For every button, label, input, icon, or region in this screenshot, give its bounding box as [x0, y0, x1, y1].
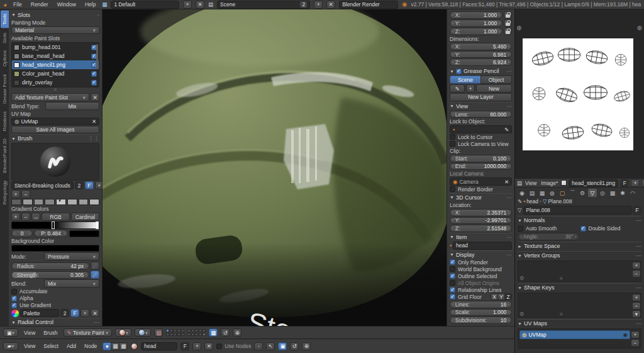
clip-end-field[interactable]: End:1000.000	[450, 163, 512, 171]
stop-color-swatch[interactable]	[69, 230, 99, 237]
tab-material-icon[interactable]: ◎	[598, 189, 607, 197]
save-all-images-button[interactable]: Save All Images	[11, 126, 99, 133]
node-menu-view[interactable]: View	[21, 343, 38, 349]
palette-swatch[interactable]	[89, 199, 99, 205]
palette-swatch[interactable]	[34, 199, 44, 205]
blend-type-select[interactable]: Mix	[45, 102, 99, 110]
palette-select[interactable]: Palette	[20, 309, 59, 317]
image-editor-type-icon[interactable]: ▤	[517, 180, 522, 186]
relationship-lines-checkbox[interactable]	[450, 287, 455, 293]
alpha-checkbox[interactable]	[11, 296, 17, 301]
lock-scale-x-button[interactable]	[504, 11, 512, 19]
tab-grease-pencil[interactable]: Grease Pencil	[1, 71, 9, 107]
palette-swatch-active[interactable]: ▼	[56, 199, 66, 205]
node-datablock-field[interactable]: head	[141, 342, 177, 350]
add-swatch-button[interactable]: +	[11, 190, 20, 198]
gradient-stop-handle[interactable]	[52, 221, 55, 229]
strength-slider[interactable]: Strength:0.305	[11, 271, 89, 279]
node-insert-button[interactable]: ⊕	[302, 342, 311, 350]
slot-visibility-checkbox[interactable]	[91, 80, 97, 86]
lock-camera-option[interactable]: Lock Camera to View	[450, 141, 512, 147]
painting-mode-select[interactable]: Material▾	[11, 26, 99, 34]
clear-camera-icon[interactable]: ✕	[504, 179, 509, 185]
shape-keys-panel-header[interactable]: ▼Shape Keys—	[518, 283, 641, 291]
add-shape-key-button[interactable]: +	[632, 294, 641, 301]
radial-control-panel-header[interactable]: ▼Radial Control—	[11, 318, 99, 326]
accumulate-checkbox[interactable]	[11, 289, 17, 294]
interpolation-select[interactable]: RGB	[42, 213, 70, 221]
add-brush-button[interactable]: +	[95, 181, 102, 189]
all-object-origins-option[interactable]: All Object Origins	[450, 280, 512, 286]
paint-slot-row[interactable]: bump_head.001	[12, 43, 99, 52]
cursor-z-field[interactable]: Z:2.51548	[450, 225, 512, 232]
use-gradient-checkbox[interactable]	[11, 303, 17, 308]
strength-pressure-toggle[interactable]: ☄	[91, 271, 99, 279]
mesh-name-field[interactable]: Plane.008	[523, 206, 631, 215]
slot-visibility-checkbox[interactable]	[91, 71, 97, 77]
image-paint-button[interactable]: ✎	[641, 179, 644, 187]
palette-users-button[interactable]: 2	[60, 309, 69, 317]
expand-region-icon[interactable]: ⊕	[516, 25, 521, 31]
color-wheel-icon[interactable]	[11, 310, 19, 317]
image-thumbnail[interactable]	[561, 180, 567, 186]
texture-nodes-toggle[interactable]: ▩	[119, 342, 128, 350]
brush-preview[interactable]	[11, 143, 99, 181]
add-vertex-group-button[interactable]: +	[632, 262, 641, 269]
menu-render[interactable]: Render	[28, 1, 51, 8]
tab-world-icon[interactable]: ◍	[548, 189, 557, 197]
grid-floor-checkbox[interactable]	[450, 294, 455, 300]
gradient-mode-select[interactable]: Pressure▾	[44, 252, 99, 261]
render-border-option[interactable]: Render Border	[450, 186, 512, 193]
gp-add-button[interactable]: +	[466, 84, 475, 92]
eyedropper-icon[interactable]: ✎	[504, 126, 509, 133]
brush-blend-select[interactable]: Mix▾	[44, 279, 99, 288]
use-nodes-checkbox[interactable]	[216, 344, 222, 349]
vertex-groups-panel-header[interactable]: ▼Vertex Groups—	[518, 251, 641, 259]
pin-node-tree-button[interactable]: ◦	[254, 342, 263, 350]
tab-particles-icon[interactable]: ✱	[618, 189, 627, 197]
all-object-origins-checkbox[interactable]	[450, 280, 455, 286]
axis-z-button[interactable]: Z	[504, 293, 512, 300]
image-menu-image[interactable]: Image*	[540, 180, 559, 186]
stop-position-field[interactable]: P: 0.484	[34, 230, 68, 237]
uv-map-row-selected[interactable]: ◍ UVMap ◉	[519, 330, 630, 339]
menu-file[interactable]: File	[11, 1, 25, 8]
node-menu-select[interactable]: Select	[41, 343, 61, 349]
grid-scale-field[interactable]: Scale:1.000	[450, 309, 512, 317]
screen-layout-select[interactable]: 1 Default	[111, 1, 179, 9]
use-nodes-option[interactable]: Use Nodes	[216, 343, 251, 349]
double-sided-checkbox[interactable]	[580, 226, 586, 232]
local-camera-select[interactable]: ◉Camera✕	[450, 177, 512, 186]
view3d-menu-view[interactable]: View	[21, 330, 38, 336]
node-add-button[interactable]: +	[192, 342, 201, 350]
paint-slot-row[interactable]: base_meatl_head	[12, 52, 99, 60]
node-snap-button[interactable]: ▣	[278, 342, 287, 350]
node-menu-add[interactable]: Add	[64, 343, 79, 349]
uv-map-select[interactable]: ◍ UvMap ✕	[11, 118, 99, 125]
use-gradient-option[interactable]: Use Gradient	[11, 302, 99, 308]
angle-field[interactable]: Angle:30°	[518, 233, 579, 240]
lock-to-cursor-option[interactable]: Lock to Cursor	[450, 134, 512, 140]
palette-swatch[interactable]	[79, 199, 89, 205]
world-background-option[interactable]: World Background	[450, 266, 512, 272]
gp-object-button[interactable]: Object	[480, 76, 512, 84]
tab-render-layers-icon[interactable]: ▤	[528, 189, 536, 197]
normals-panel-header[interactable]: ▼Normals—	[518, 216, 641, 224]
snap-button[interactable]: ⊕	[233, 328, 242, 337]
gradient-stop-handle[interactable]	[96, 221, 99, 229]
tab-relations[interactable]: Relations	[1, 108, 9, 134]
stop-index-field[interactable]: 0	[11, 230, 33, 237]
tab-slots[interactable]: Slots	[1, 30, 9, 47]
add-texture-paint-slot-select[interactable]: Add Texture Paint Slot▾	[11, 93, 89, 101]
outline-selected-option[interactable]: Outline Selected	[450, 273, 512, 279]
tab-texture-icon[interactable]: ▩	[608, 189, 617, 197]
node-fake-user-button[interactable]: F	[180, 342, 189, 350]
cursor-panel-header[interactable]: ▼3D Cursor⋯	[450, 193, 512, 201]
viewport-shading-select[interactable]: ▾	[115, 328, 131, 337]
editor-type-select[interactable]: ▣▾	[3, 328, 18, 337]
shape-keys-list[interactable]: ⚙ ≡ + − ▾	[518, 293, 641, 318]
gradient-bar[interactable]	[11, 221, 99, 229]
add-palette-button[interactable]: +	[80, 309, 89, 317]
tab-options[interactable]: Options	[1, 47, 9, 70]
palette-swatch[interactable]	[45, 199, 55, 205]
